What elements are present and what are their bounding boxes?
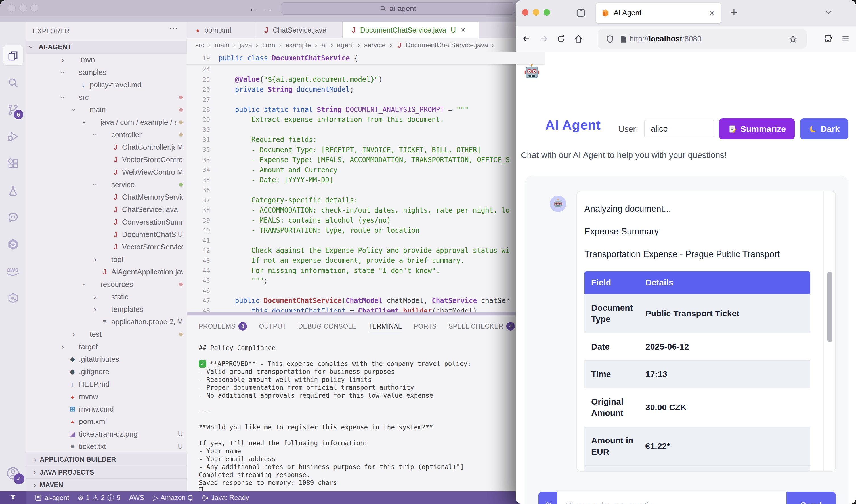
code-editor[interactable]: 19 public class DocumentChatService { 24… <box>187 52 545 312</box>
url-bar[interactable]: http://localhost:8080 <box>598 29 807 49</box>
summarize-button[interactable]: Summarize <box>719 119 795 140</box>
panel-tab[interactable]: OUTPUT <box>259 317 286 336</box>
section-maven[interactable]: MAVEN <box>26 479 187 491</box>
tree-item[interactable]: tool <box>26 253 187 266</box>
tree-item[interactable]: ChatMemoryService.java <box>26 191 187 203</box>
menu-hamburger-icon[interactable] <box>839 32 852 46</box>
breadcrumb-item[interactable]: ai <box>321 41 337 49</box>
sidebar-item-spring-boot[interactable] <box>0 231 26 257</box>
tree-item[interactable]: src <box>26 91 187 104</box>
send-button[interactable]: Send <box>786 491 836 504</box>
command-center-search[interactable]: ai-agent <box>281 2 515 15</box>
tree-item[interactable]: WebViewController.java M <box>26 166 187 178</box>
status-java[interactable]: Java: Ready <box>201 494 249 502</box>
sidebar-item-explorer[interactable] <box>0 43 26 69</box>
tree-item[interactable]: ConversationSummaryService.java <box>26 216 187 228</box>
tree-item[interactable]: ticket.txt U <box>26 440 187 453</box>
firefox-view-icon[interactable] <box>575 7 586 18</box>
tree-item[interactable]: resources <box>26 278 187 291</box>
breadcrumb-item[interactable]: service <box>364 41 396 49</box>
scrollbar-thumb[interactable] <box>187 312 534 316</box>
panel-tab[interactable]: PROBLEMS 8 <box>199 317 247 336</box>
tree-item[interactable]: mvnw <box>26 390 187 403</box>
browser-minimize-button[interactable] <box>533 9 539 16</box>
sidebar-item-search[interactable] <box>0 70 26 96</box>
tree-item[interactable]: .mvn <box>26 54 187 66</box>
question-input[interactable]: Please ask your question... <box>557 491 786 504</box>
tree-item[interactable]: static <box>26 291 187 303</box>
tree-item[interactable]: mvnw.cmd <box>26 403 187 415</box>
breadcrumb-file[interactable]: DocumentChatService.java <box>396 41 498 50</box>
vscode-close-button[interactable] <box>8 4 16 12</box>
tree-item[interactable]: policy-travel.md <box>26 78 187 91</box>
terminal-output[interactable]: ## Policy Compliance ✓ **APPROVED** - Th… <box>199 344 539 494</box>
tree-item[interactable]: DocumentChatService.java U <box>26 228 187 241</box>
attach-button[interactable] <box>538 491 557 504</box>
tree-item[interactable]: .gitignore <box>26 365 187 378</box>
status-project[interactable]: ai-agent <box>35 494 69 502</box>
list-tabs-chevron-icon[interactable] <box>825 10 833 15</box>
tree-item[interactable]: ChatController.java M <box>26 141 187 154</box>
status-aws[interactable]: AWS <box>129 494 144 502</box>
tree-item[interactable]: HELP.md <box>26 378 187 390</box>
panel-tab[interactable]: TERMINAL <box>368 317 402 336</box>
extensions-puzzle-icon[interactable] <box>822 32 835 46</box>
forward-button[interactable] <box>537 32 551 46</box>
back-button[interactable] <box>520 32 533 46</box>
tree-item[interactable]: samples <box>26 66 187 78</box>
editor-horizontal-scrollbar[interactable] <box>187 312 545 316</box>
tree-item[interactable]: ticket-tram-cz.png U <box>26 428 187 440</box>
vscode-minimize-button[interactable] <box>19 4 27 12</box>
browser-zoom-button[interactable] <box>544 9 550 16</box>
tree-item[interactable]: target <box>26 340 187 353</box>
close-tab-icon[interactable]: × <box>709 8 715 18</box>
tree-item[interactable]: AiAgentApplication.java <box>26 266 187 278</box>
reload-button[interactable] <box>554 32 568 46</box>
explorer-more-actions[interactable]: ··· <box>169 24 178 33</box>
status-amazon-q[interactable]: ▷Amazon Q <box>153 494 193 502</box>
sticky-scroll-line[interactable]: 19 public class DocumentChatService { <box>187 52 545 64</box>
tab-chatservice[interactable]: ChatService.java <box>255 22 343 38</box>
sidebar-item-source-control[interactable]: 6 <box>0 97 26 123</box>
status-problems[interactable]: ⊗1 ⚠2 ⓘ5 <box>78 493 121 502</box>
history-forward-button[interactable]: → <box>263 3 273 14</box>
bookmark-star-icon[interactable] <box>788 35 798 44</box>
breadcrumb-item[interactable]: src <box>195 41 215 49</box>
breadcrumb-item[interactable]: com <box>262 41 285 49</box>
sidebar-item-extensions[interactable] <box>0 150 26 177</box>
panel-tab[interactable]: DEBUG CONSOLE <box>298 317 357 336</box>
tree-item[interactable]: ChatService.java <box>26 203 187 216</box>
tree-item[interactable]: test <box>26 328 187 340</box>
browser-close-button[interactable] <box>522 9 529 16</box>
sidebar-item-accounts[interactable]: ✓ <box>0 460 26 486</box>
dark-mode-button[interactable]: Dark <box>800 119 848 140</box>
tab-pom-xml[interactable]: pom.xml <box>187 22 255 38</box>
close-icon[interactable]: × <box>461 25 465 35</box>
tree-item[interactable]: templates <box>26 303 187 316</box>
section-application-builder[interactable]: APPLICATION BUILDER <box>26 453 187 466</box>
tab-documentchatservice[interactable]: DocumentChatService.java U × <box>343 22 479 38</box>
remote-indicator[interactable] <box>0 491 26 504</box>
panel-tab[interactable]: SPELL CHECKER 4 <box>448 317 515 336</box>
home-button[interactable] <box>571 32 585 46</box>
breadcrumb-item[interactable]: example <box>285 41 321 49</box>
browser-tab-ai-agent[interactable]: AI Agent × <box>596 3 721 23</box>
tree-item[interactable]: java / com / example / ai / agent <box>26 116 187 128</box>
sidebar-item-run-debug[interactable] <box>0 124 26 150</box>
tree-item[interactable]: application.properties 2, M <box>26 316 187 328</box>
tree-item[interactable]: VectorStoreController.java <box>26 154 187 166</box>
breadcrumb-item[interactable]: main <box>215 41 240 49</box>
breadcrumb-item[interactable]: agent <box>337 41 364 49</box>
tree-item[interactable]: main <box>26 104 187 116</box>
sidebar-item-chat[interactable] <box>0 204 26 231</box>
breadcrumb-item[interactable]: java <box>240 41 262 49</box>
tree-item[interactable]: service <box>26 178 187 191</box>
sidebar-item-aws[interactable]: aws <box>0 258 26 284</box>
messages-scrollbar-thumb[interactable] <box>827 272 832 342</box>
sidebar-item-testing[interactable] <box>0 177 26 203</box>
tree-item[interactable]: .gitattributes <box>26 353 187 365</box>
user-input[interactable]: alice <box>644 120 714 138</box>
tree-item[interactable]: pom.xml <box>26 415 187 428</box>
sidebar-item-package[interactable] <box>0 285 26 311</box>
tree-item[interactable]: controller <box>26 128 187 141</box>
